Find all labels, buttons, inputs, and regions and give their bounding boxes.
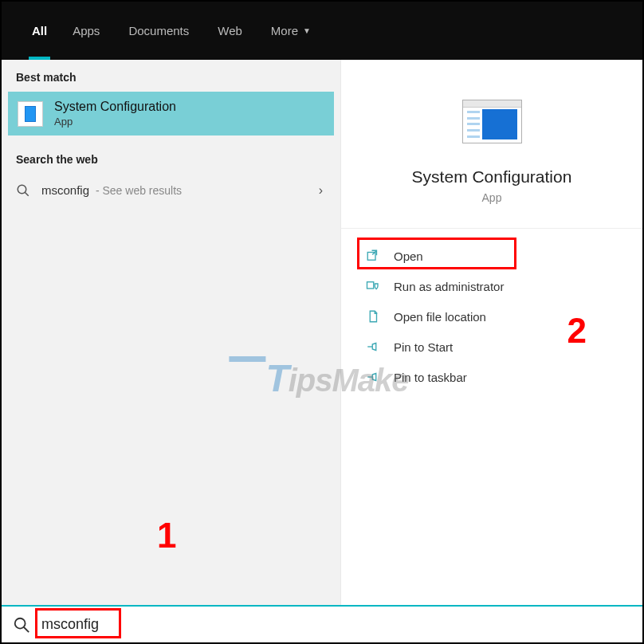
admin-shield-icon [365,278,381,294]
chevron-right-icon: › [319,183,323,198]
search-web-heading: Search the web [2,142,340,174]
tab-web[interactable]: Web [203,2,257,60]
best-match-heading: Best match [2,60,340,92]
open-icon [365,248,381,264]
tab-more-label: More [271,24,298,37]
preview-panel: System Configuration App Open [340,60,642,605]
svg-line-1 [25,192,29,196]
action-run-admin[interactable]: Run as administrator [341,271,642,301]
svg-point-4 [15,618,26,628]
action-open-location[interactable]: Open file location [341,301,642,332]
tab-documents[interactable]: Documents [114,2,203,60]
preview-title: System Configuration [412,167,572,187]
action-run-admin-label: Run as administrator [394,280,504,293]
tab-all[interactable]: All [21,2,58,60]
system-configuration-preview-icon [462,100,522,143]
pin-taskbar-icon [365,369,381,385]
best-match-subtitle: App [54,116,176,128]
best-match-result[interactable]: System Configuration App [8,92,334,135]
tab-more[interactable]: More ▼ [257,2,325,60]
file-location-icon [365,308,381,324]
search-icon [16,183,30,198]
best-match-title: System Configuration [54,100,176,114]
system-configuration-icon [18,101,43,127]
preview-actions: Open Run as administrator [341,229,642,392]
preview-subtitle: App [482,191,502,204]
search-filter-tabs: All Apps Documents Web More ▼ [2,2,642,60]
action-open-location-label: Open file location [394,310,486,324]
tab-apps[interactable]: Apps [58,2,114,60]
svg-point-0 [18,185,26,194]
results-panel: Best match System Configuration App Sear… [2,60,340,605]
web-result-row[interactable]: msconfig - See web results › [2,174,340,207]
action-pin-start-label: Pin to Start [394,340,453,354]
search-bar [2,605,642,642]
action-pin-taskbar-label: Pin to taskbar [394,371,467,384]
svg-line-5 [24,626,29,631]
action-pin-start[interactable]: Pin to Start [341,332,642,362]
pin-start-icon [365,339,381,355]
action-open-label: Open [394,249,423,263]
search-input[interactable] [40,613,631,636]
search-icon [13,616,30,634]
web-result-term: msconfig [41,183,89,197]
action-open[interactable]: Open [341,241,642,271]
svg-rect-3 [367,282,374,289]
action-pin-taskbar[interactable]: Pin to taskbar [341,362,642,392]
chevron-down-icon: ▼ [303,26,311,35]
web-result-suffix: - See web results [92,184,182,197]
